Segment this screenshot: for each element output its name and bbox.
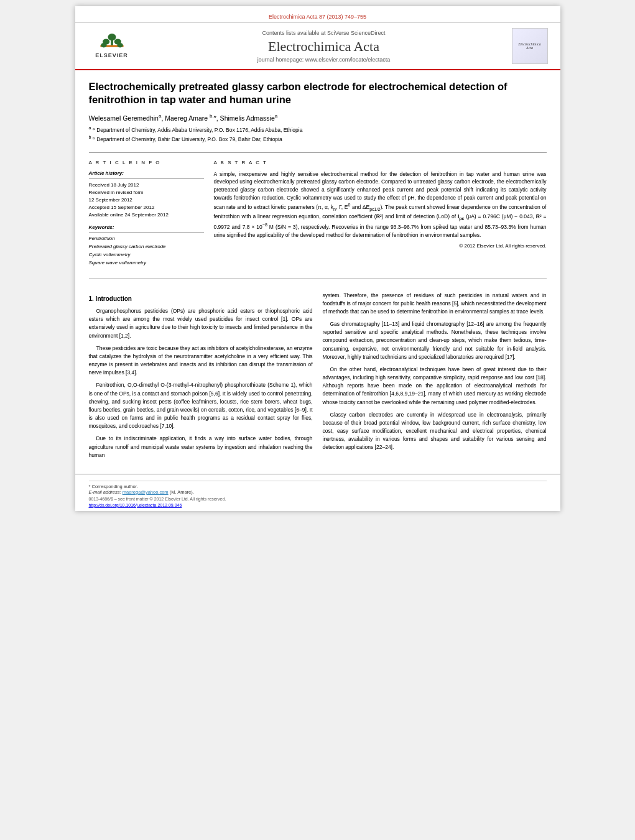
- section1-heading: 1. Introduction: [89, 294, 313, 304]
- article-body: Electrochemically pretreated glassy carb…: [75, 70, 560, 474]
- indicating-word: indicating: [476, 187, 498, 193]
- elsevier-tree-icon: [100, 34, 124, 51]
- authors: Welesamel Geremedhina, Maereg Amare b,*,…: [89, 113, 547, 122]
- svg-point-6: [117, 43, 123, 47]
- available-date: Available online 24 September 2012: [89, 211, 204, 219]
- elsevier-logo: ELSEVIER: [90, 32, 134, 60]
- abstract-col: A B S T R A C T A simple, inexpensive an…: [214, 159, 547, 272]
- footer: * Corresponding author. E-mail address: …: [75, 474, 560, 511]
- footer-divider: [89, 481, 547, 481]
- svg-point-5: [101, 43, 106, 47]
- journal-logo-box: ElectrochimicaActa: [512, 28, 548, 64]
- page: Electrochimica Acta 87 (2013) 749–755 EL…: [75, 6, 560, 511]
- received-revised-label: Received in revised form: [89, 189, 204, 196]
- journal-header: ELSEVIER Contents lists available at Sci…: [75, 23, 560, 70]
- affiliations: a ᵃ Department of Chemistry, Addis Ababa…: [89, 125, 547, 143]
- keywords-title: Keywords:: [89, 224, 204, 233]
- email-link[interactable]: maerega@yahoo.com: [123, 489, 169, 495]
- header-center: Contents lists available at SciVerse Sci…: [140, 30, 508, 63]
- abstract-label: A B S T R A C T: [214, 159, 547, 167]
- para-1: Organophosphorus pesticides (OPs) are ph…: [89, 307, 313, 340]
- accepted-date: Accepted 15 September 2012: [89, 204, 204, 211]
- corresponding-note: * Corresponding author. E-mail address: …: [89, 484, 547, 495]
- article-info-col: A R T I C L E I N F O Article history: R…: [89, 159, 204, 272]
- email-note: E-mail address: maerega@yahoo.com (M. Am…: [89, 489, 194, 495]
- para-r2: Gas chromatography [11–13] and liquid ch…: [323, 320, 547, 361]
- affiliation-a: a ᵃ Department of Chemistry, Addis Ababa…: [89, 125, 547, 134]
- keywords-list: Fenitrothion Pretreated glassy carbon el…: [89, 235, 204, 267]
- footer-doi: http://dx.doi.org/10.1016/j.electacta.20…: [89, 503, 547, 507]
- para-2: These pesticides are toxic because they …: [89, 344, 313, 377]
- keyword-1: Fenitrothion: [89, 235, 204, 243]
- main-col-right: system. Therefore, the presence of resid…: [323, 292, 547, 464]
- sciverse-line: Contents lists available at SciVerse Sci…: [140, 30, 508, 36]
- article-title: Electrochemically pretreated glassy carb…: [89, 80, 547, 107]
- para-r3: On the other hand, electroanalytical tec…: [323, 366, 547, 407]
- journal-title: Electrochimica Acta: [140, 39, 508, 55]
- para-r1: system. Therefore, the presence of resid…: [323, 292, 547, 316]
- top-bar: Electrochimica Acta 87 (2013) 749–755: [75, 6, 560, 23]
- para-4: Due to its indiscriminate application, i…: [89, 435, 313, 459]
- abstract-text: A simple, inexpensive and highly sensiti…: [214, 170, 547, 239]
- para-r4: Glassy carbon electrodes are currently i…: [323, 411, 547, 452]
- article-history-group: Article history: Received 18 July 2012 R…: [89, 170, 204, 219]
- keyword-3: Cyclic voltammetry: [89, 251, 204, 259]
- journal-ref: Electrochimica Acta 87 (2013) 749–755: [269, 14, 366, 20]
- info-abstract-section: A R T I C L E I N F O Article history: R…: [89, 152, 547, 279]
- svg-point-2: [108, 34, 116, 40]
- article-info-label: A R T I C L E I N F O: [89, 159, 204, 167]
- keyword-4: Square wave voltammetry: [89, 259, 204, 267]
- footer-issn: 0013-4686/$ – see front matter © 2012 El…: [89, 497, 547, 501]
- main-content: 1. Introduction Organophosphorus pestici…: [89, 285, 547, 464]
- elsevier-text: ELSEVIER: [95, 52, 128, 58]
- keyword-2: Pretreated glassy carbon electrode: [89, 243, 204, 251]
- received-revised-date: 12 September 2012: [89, 196, 204, 204]
- right-logo-area: ElectrochimicaActa: [508, 28, 552, 64]
- keywords-group: Keywords: Fenitrothion Pretreated glassy…: [89, 224, 204, 267]
- affiliation-b: b ᵇ Department of Chemistry, Bahir Dar U…: [89, 134, 547, 144]
- left-logo-area: ELSEVIER: [84, 32, 140, 60]
- doi-link[interactable]: http://dx.doi.org/10.1016/j.electacta.20…: [89, 503, 182, 507]
- copyright-line: © 2012 Elsevier Ltd. All rights reserved…: [214, 242, 547, 250]
- received-date: Received 18 July 2012: [89, 182, 204, 189]
- main-col-left: 1. Introduction Organophosphorus pestici…: [89, 292, 313, 464]
- journal-homepage: journal homepage: www.elsevier.com/locat…: [140, 57, 508, 63]
- para-3: Fenitrothion, O,O-dimethyl O-(3-methyl-4…: [89, 381, 313, 430]
- article-history-title: Article history:: [89, 170, 204, 179]
